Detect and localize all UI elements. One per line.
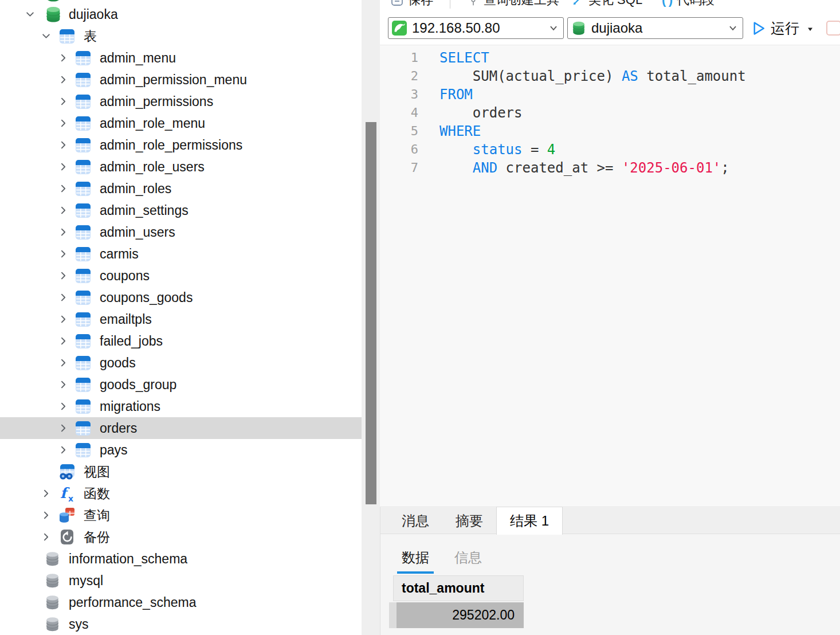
code-line[interactable]: orders (439, 104, 746, 122)
code-snippet-button[interactable]: ( ) 代码段 (662, 0, 715, 11)
code-line[interactable]: AND created_at >= '2025-06-01'; (439, 159, 746, 177)
table-icon (74, 93, 92, 110)
tree-item-goods[interactable]: goods (0, 352, 362, 374)
chevron-right-icon[interactable] (58, 293, 68, 303)
tree-item-admin_permission_menu[interactable]: admin_permission_menu (0, 69, 362, 91)
chevron-right-icon[interactable] (58, 336, 68, 346)
tree-item-备份[interactable]: 备份 (0, 526, 362, 548)
table-icon (74, 311, 92, 328)
beautify-sql-button[interactable]: 美化 SQL (572, 0, 642, 11)
table-icon (74, 136, 92, 154)
tree-item-coupons_goods[interactable]: coupons_goods (0, 287, 362, 308)
sql-token: SELECT (439, 50, 489, 66)
chevron-right-icon[interactable] (58, 53, 68, 63)
chevron-down-icon[interactable] (41, 32, 51, 41)
code-line[interactable]: SUM(actual_price) AS total_amount (439, 67, 746, 85)
chevron-down-icon[interactable] (25, 10, 35, 19)
tree-item-dujiaoka[interactable]: dujiaoka (0, 3, 362, 25)
tree-item-label: coupons (100, 268, 150, 284)
sql-token: total_amount (638, 68, 746, 84)
chevron-right-icon[interactable] (58, 402, 68, 411)
tree-item-admin_permissions[interactable]: admin_permissions (0, 91, 362, 112)
table-icon (74, 180, 92, 197)
tree-item-mysql[interactable]: mysql (0, 570, 362, 591)
tree-item-admin_role_users[interactable]: admin_role_users (0, 156, 362, 178)
results-panel: 消息摘要结果 1 数据信息 total_amount 295202.00 (380, 507, 840, 635)
tree-item-查询[interactable]: 查询 (0, 504, 362, 526)
db-gray-icon (45, 617, 60, 632)
chevron-right-icon[interactable] (41, 511, 51, 520)
tree-item-表[interactable]: 表 (0, 25, 362, 47)
sql-editor[interactable]: 1234567 SELECT SUM(actual_price) AS tota… (380, 45, 840, 507)
subtab-数据[interactable]: 数据 (397, 545, 434, 574)
sidebar-scrollbar-track[interactable] (362, 0, 380, 635)
connection-select[interactable]: 192.168.50.80 (388, 17, 564, 39)
subtab-信息[interactable]: 信息 (450, 545, 486, 574)
tree-item-pays[interactable]: pays (0, 439, 362, 461)
tree-item-sys[interactable]: sys (0, 613, 362, 635)
chevron-right-icon[interactable] (58, 228, 68, 237)
tree-item-admin_menu[interactable]: admin_menu (0, 47, 362, 69)
chevron-right-icon[interactable] (58, 162, 68, 172)
chevron-right-icon[interactable] (58, 184, 68, 194)
tree-item-admin_roles[interactable]: admin_roles (0, 178, 362, 199)
tab-摘要[interactable]: 摘要 (442, 508, 496, 534)
tree-item-admin_settings[interactable]: admin_settings (0, 199, 362, 221)
tree-item-label: 查询 (84, 507, 110, 524)
save-button[interactable]: 保存 (390, 0, 433, 11)
tree-item-migrations[interactable]: migrations (0, 395, 362, 417)
tree-item-goods_group[interactable]: goods_group (0, 374, 362, 395)
sidebar-scrollbar-thumb[interactable] (366, 122, 376, 504)
stop-button[interactable] (826, 21, 840, 36)
tree-item-视图[interactable]: 视图 (0, 461, 362, 483)
code-line[interactable]: status = 4 (439, 140, 746, 159)
tree-item-coupons[interactable]: coupons (0, 265, 362, 287)
chevron-right-icon[interactable] (58, 380, 68, 390)
tree-item-函数[interactable]: fx函数 (0, 483, 362, 504)
caret-down-icon[interactable] (807, 25, 814, 32)
code-line[interactable]: WHERE (439, 122, 746, 140)
chevron-right-icon[interactable] (58, 97, 68, 107)
tree-item-information_schema[interactable]: information_schema (0, 548, 362, 570)
chevron-right-icon[interactable] (58, 271, 68, 281)
tree-item-admin_users[interactable]: admin_users (0, 221, 362, 243)
tree-item-label: admin_roles (100, 181, 171, 197)
chevron-right-icon[interactable] (58, 424, 68, 433)
chevron-right-icon[interactable] (58, 358, 68, 368)
chevron-right-icon[interactable] (58, 206, 68, 215)
chevron-right-icon[interactable] (58, 249, 68, 259)
tree-item-label: migrations (100, 399, 160, 414)
code-line[interactable]: FROM (439, 85, 746, 104)
tree-item-label: coupons_goods (100, 290, 193, 305)
result-row-stub[interactable] (389, 602, 397, 628)
db-green-icon (45, 0, 62, 2)
chevron-right-icon[interactable] (58, 119, 68, 128)
table-icon (74, 289, 92, 306)
sql-code[interactable]: SELECT SUM(actual_price) AS total_amount… (439, 49, 746, 177)
tree-item-orders[interactable]: orders (0, 417, 362, 439)
tab-结果 1[interactable]: 结果 1 (496, 507, 563, 535)
tree-item-emailtpls[interactable]: emailtpls (0, 308, 362, 330)
chevron-right-icon[interactable] (58, 75, 68, 85)
chevron-right-icon[interactable] (41, 489, 51, 499)
database-select[interactable]: dujiaoka (567, 17, 743, 39)
tree-item-carmis[interactable]: carmis (0, 243, 362, 265)
tab-消息[interactable]: 消息 (388, 508, 442, 534)
tree-item-label: 备份 (84, 528, 110, 546)
tree-item-performance_schema[interactable]: performance_schema (0, 591, 362, 613)
code-line[interactable]: SELECT (439, 49, 746, 67)
run-button[interactable]: 运行 (751, 17, 814, 39)
chevron-right-icon[interactable] (41, 532, 51, 542)
sql-token (439, 160, 473, 176)
table-icon (74, 224, 92, 241)
tree-item-admin_role_permissions[interactable]: admin_role_permissions (0, 134, 362, 156)
tree-item-admin_role_menu[interactable]: admin_role_menu (0, 112, 362, 134)
chevron-right-icon[interactable] (58, 445, 68, 455)
result-cell[interactable]: 295202.00 (397, 602, 524, 628)
query-builder-button[interactable]: 查询创建工具 (467, 0, 559, 11)
tree-item-failed_jobs[interactable]: failed_jobs (0, 330, 362, 352)
sql-token: AS (622, 68, 638, 84)
chevron-right-icon[interactable] (58, 315, 68, 324)
chevron-right-icon[interactable] (58, 140, 68, 150)
result-column-header[interactable]: total_amount (393, 575, 524, 601)
